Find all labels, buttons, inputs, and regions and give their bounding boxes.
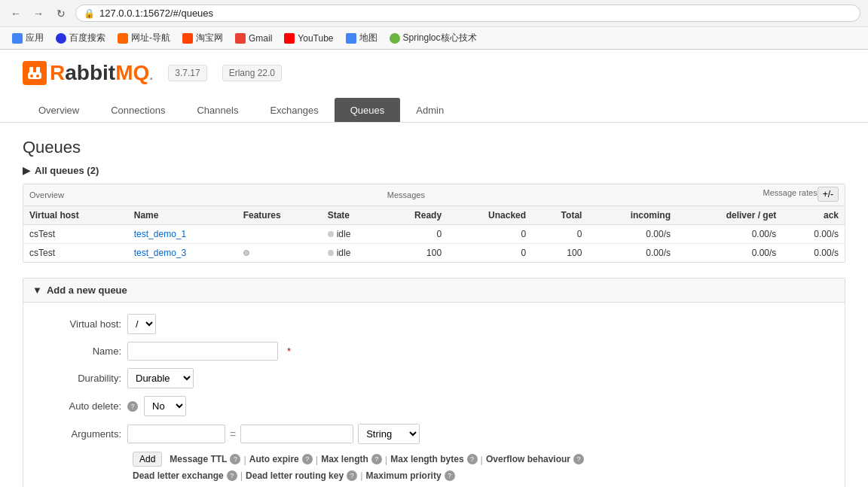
row2-incoming: 0.00/s [588,244,677,263]
tab-connections[interactable]: Connections [95,98,181,122]
row2-unacked: 0 [448,244,532,263]
name-input[interactable] [127,342,278,361]
durability-row: Durability: Durable Transient [38,368,830,388]
all-queues-header[interactable]: ▶ All queues (2) [23,165,845,176]
add-queue-section: ▼ Add a new queue Virtual host: / Name: … [23,278,845,487]
bookmark-youtube[interactable]: YouTube [280,32,338,45]
row1-name-link[interactable]: test_demo_1 [134,229,186,239]
ditu-icon [346,33,356,44]
col-features: Features [237,206,322,225]
arg-link-max-length[interactable]: Max length [321,454,368,464]
arg-link-message-ttl[interactable]: Message TTL [170,454,227,464]
plus-minus-button[interactable]: +/- [818,187,839,202]
address-bar[interactable]: 🔒 127.0.0.1:15672/#/queues [75,5,860,22]
bookmark-baidu[interactable]: 百度搜索 [51,30,110,46]
row1-total: 0 [532,225,588,244]
row1-features [237,225,322,244]
page-title: Queues [23,138,845,157]
tab-channels[interactable]: Channels [181,98,254,122]
svg-point-4 [36,75,39,78]
row1-name: test_demo_1 [128,225,237,244]
row2-feature-icon [243,250,249,256]
table-header-group-row: Overview Messages Message rates +/- [23,184,845,206]
message-ttl-help-icon[interactable]: ? [230,454,240,464]
bookmark-wangzhi[interactable]: 网址-导航 [113,30,175,46]
col-total: Total [532,206,588,225]
row1-ack: 0.00/s [782,225,845,244]
add-queue-header[interactable]: ▼ Add a new queue [23,279,845,303]
col-ready: Ready [381,206,448,225]
required-marker: * [287,345,291,357]
bookmark-spring[interactable]: Springloc核心技术 [385,30,481,46]
argument-key-input[interactable] [127,425,225,443]
col-name: Name [128,206,237,225]
max-length-help-icon[interactable]: ? [371,454,382,464]
maximum-priority-help-icon[interactable]: ? [445,470,455,481]
state-dot-icon [328,250,334,256]
youtube-icon [284,33,295,44]
bookmarks-bar: 应用 百度搜索 网址-导航 淘宝网 Gmail YouTube 地图 Spri [0,26,868,49]
row2-name-link[interactable]: test_demo_3 [134,248,186,258]
gmail-icon [235,33,246,44]
auto-delete-select[interactable]: No Yes [144,396,186,416]
forward-button[interactable]: → [30,5,47,22]
arg-link-overflow-behaviour[interactable]: Overflow behaviour [486,454,570,464]
arg-hints: Add Message TTL ? | Auto expire ? | Max … [38,452,830,481]
bookmark-ditu-label: 地图 [359,32,377,44]
overflow-behaviour-help-icon[interactable]: ? [573,454,584,464]
bookmark-ditu[interactable]: 地图 [341,30,382,46]
col-deliver-get: deliver / get [677,206,782,225]
logo-area: RabbitMQ. 3.7.17 Erlang 22.0 [23,61,845,94]
max-length-bytes-help-icon[interactable]: ? [467,454,478,464]
tab-overview[interactable]: Overview [23,98,95,122]
arg-link-dead-letter-exchange[interactable]: Dead letter exchange [133,470,224,481]
auto-delete-row: Auto delete: ? No Yes [38,396,830,416]
sep4: | [481,454,483,465]
section-arrow-icon: ▶ [23,165,30,176]
back-button[interactable]: ← [8,5,24,22]
virtual-host-select[interactable]: / [127,314,156,334]
argument-type-select[interactable]: String Number Boolean List [358,424,420,444]
argument-value-input[interactable] [240,425,353,443]
browser-toolbar: ← → ↻ 🔒 127.0.0.1:15672/#/queues [0,0,868,26]
auto-delete-help-icon[interactable]: ? [127,401,138,412]
reload-button[interactable]: ↻ [53,5,69,22]
arg-hints-row2: Dead letter exchange ? | Dead letter rou… [133,470,830,481]
row2-deliver-get: 0.00/s [677,244,782,263]
dead-letter-routing-key-help-icon[interactable]: ? [347,470,357,481]
bookmark-gmail-label: Gmail [249,33,272,44]
virtual-host-row: Virtual host: / [38,314,830,334]
state-dot-icon [328,231,334,237]
bookmark-apps[interactable]: 应用 [8,30,48,46]
arg-link-maximum-priority[interactable]: Maximum priority [366,470,442,481]
tab-exchanges[interactable]: Exchanges [254,98,334,122]
equals-sign: = [230,428,236,440]
spring-icon [390,33,400,44]
bookmark-youtube-label: YouTube [298,33,333,44]
apps-icon [12,33,23,44]
tab-queues[interactable]: Queues [335,98,401,122]
row1-state: idle [322,225,381,244]
baidu-icon [56,33,66,44]
auto-delete-label: Auto delete: [38,400,121,412]
row2-ready: 100 [381,244,448,263]
arg-link-max-length-bytes[interactable]: Max length bytes [390,454,463,464]
queue-table-wrapper: Overview Messages Message rates +/- Virt… [23,184,845,263]
row2-total: 100 [532,244,588,263]
bookmark-taobao[interactable]: 淘宝网 [178,30,228,46]
arg-link-dead-letter-routing-key[interactable]: Dead letter routing key [246,470,344,481]
row1-incoming: 0.00/s [588,225,677,244]
bookmark-gmail[interactable]: Gmail [231,32,277,45]
all-queues-label: All queues (2) [35,165,99,176]
nav-tabs: Overview Connections Channels Exchanges … [23,98,845,122]
tab-admin[interactable]: Admin [400,98,460,122]
sep1: | [243,454,246,465]
sep6: | [360,470,362,481]
auto-expire-help-icon[interactable]: ? [302,454,313,464]
durability-select[interactable]: Durable Transient [127,368,194,388]
add-argument-button[interactable]: Add [133,452,162,467]
arg-link-auto-expire[interactable]: Auto expire [249,454,299,464]
table-column-headers: Virtual host Name Features State Ready U… [23,206,845,225]
row2-vhost: csTest [23,244,128,263]
dead-letter-exchange-help-icon[interactable]: ? [227,470,237,481]
